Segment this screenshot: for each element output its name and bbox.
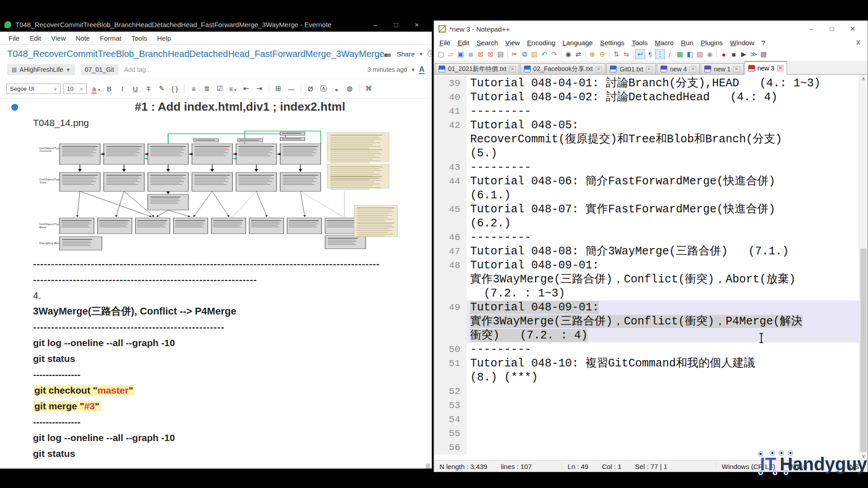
editor-line-55[interactable]: 55 [434, 427, 859, 441]
editor-line-39[interactable]: 39Tutorial 048-04-01: 討論Branch(分支),HEAD … [434, 76, 859, 90]
align-button[interactable]: ≡▼ [226, 85, 240, 93]
editor-line-49-0[interactable]: 49Tutorial 048-09-01: [434, 300, 859, 314]
macro-save-button[interactable]: ▩ [759, 49, 769, 59]
close-document-button[interactable]: X [851, 39, 866, 46]
redo-button[interactable]: ↷ [549, 49, 559, 59]
menu-item-help[interactable]: Help [152, 34, 176, 42]
editor-line-41[interactable]: 41--------- [434, 104, 859, 118]
share-dropdown-icon[interactable]: ▼ [419, 52, 424, 56]
menu-item-edit[interactable]: Edit [454, 39, 473, 47]
save-file-button[interactable]: ▣ [456, 49, 466, 59]
menu-item-file[interactable]: File [4, 34, 24, 42]
zoom-out-button[interactable]: ⊖ [597, 49, 607, 59]
editor-line-49-1[interactable]: 實作3WayMerge(三路合併)，Conflict(衝突)，P4Merge(解… [434, 314, 859, 328]
undo-button[interactable]: ↶ [539, 49, 549, 59]
save-all-button[interactable]: ⧈ [466, 49, 476, 59]
paste-button[interactable]: ▥ [529, 49, 539, 59]
shortcuts-button[interactable]: ⌘ [362, 84, 375, 93]
macro-play-button[interactable]: ▶ [739, 49, 749, 59]
outdent-button[interactable]: ⇤ [240, 84, 253, 93]
editor-line-56[interactable]: 56 [434, 441, 859, 455]
menu-item-tools[interactable]: Tools [126, 34, 152, 42]
editor-line-48-2[interactable]: (7.2. : 1~3) [434, 286, 859, 300]
editor-line-50[interactable]: 50--------- [434, 343, 859, 357]
editor-line-48-1[interactable]: 實作3WayMerge(三路合併)，Conflict(衝突)，Abort(放棄) [434, 272, 859, 286]
editor-line-54[interactable]: 54 [434, 413, 859, 427]
tab-01-2021-txt[interactable]: 01_2021新年特價.txt✕ [435, 63, 519, 74]
close-all-button[interactable]: ⊠ [486, 49, 495, 59]
menu-item-window[interactable]: Window [726, 39, 758, 47]
tab-close-icon[interactable]: ✕ [646, 66, 652, 72]
code-block-button[interactable]: { } [168, 85, 181, 93]
editor-line-47[interactable]: 47Tutorial 048-08: 簡介3WayMerge(三路合併) (7.… [434, 244, 859, 258]
folder-as-workspace-button[interactable]: ▨ [695, 49, 705, 59]
info-icon[interactable]: ⓘ [427, 50, 432, 58]
document-switcher-button[interactable]: ◧ [685, 49, 695, 59]
menu-item-file[interactable]: File [436, 39, 454, 47]
menu-item-edit[interactable]: Edit [24, 34, 46, 42]
divider-button[interactable]: — [285, 85, 298, 93]
italic-button[interactable]: I [116, 85, 129, 93]
editor-line-51-1[interactable]: (8.) (***) [434, 371, 859, 385]
macro-stop-button[interactable]: ■ [729, 49, 739, 59]
evernote-scrollbar-thumb[interactable] [426, 464, 430, 469]
add-tag-input[interactable]: Add tag... [124, 66, 151, 73]
tab-new-4[interactable]: new 4✕ [657, 63, 700, 74]
scrollbar-thumb[interactable] [860, 249, 867, 452]
attach-button[interactable]: Ø [304, 85, 317, 93]
font-color-button[interactable]: a▼ [90, 85, 103, 93]
menu-item-language[interactable]: Language [559, 39, 596, 47]
editor-line-48-0[interactable]: 48Tutorial 048-09-01: [434, 258, 859, 272]
cut-button[interactable]: ✂ [509, 49, 519, 59]
editor-line-42-0[interactable]: 42Tutorial 048-05: [434, 118, 859, 132]
tag-pill[interactable]: 07_01_Git [80, 64, 119, 75]
indent-button[interactable]: ⇥ [253, 84, 266, 93]
macro-record-button[interactable]: ● [719, 49, 729, 59]
tab-new-3[interactable]: new 3✕ [745, 61, 788, 75]
minimize-button[interactable]: – [801, 25, 821, 33]
tab-close-icon[interactable]: ✕ [509, 66, 515, 72]
tab-new-1[interactable]: new 1✕ [701, 63, 744, 74]
editor-line-44-0[interactable]: 44Tutorial 048-06: 簡介FastForwardMerge(快進… [434, 174, 859, 188]
menu-item-settings[interactable]: Settings [596, 39, 628, 47]
editor-line-40[interactable]: 40Tutorial 048-04-02: 討論DetachedHead (4.… [434, 90, 859, 104]
editor-line-43[interactable]: 43--------- [434, 160, 859, 174]
show-all-characters-button[interactable]: ¶ [645, 49, 655, 59]
editor-line-42-1[interactable]: RecoverCommit(復原提交)和Tree和Blob和Branch(分支) [434, 132, 859, 146]
menu-item-note[interactable]: Note [71, 34, 95, 42]
monitoring-button[interactable]: ◉ [705, 49, 715, 59]
editor-area[interactable]: 39Tutorial 048-04-01: 討論Branch(分支),HEAD … [434, 75, 868, 460]
menu-item-encoding[interactable]: Encoding [524, 39, 559, 47]
editor-line-49-2[interactable]: 衝突) (7.2. : 4) [434, 328, 859, 343]
find-button[interactable]: ◉ [563, 49, 573, 59]
editor-line-42-2[interactable]: (5.) [434, 146, 859, 160]
print-button[interactable]: ▤ [495, 49, 505, 59]
macro-run-multiple-button[interactable]: ≫ [749, 49, 759, 59]
menu-item-macro[interactable]: Macro [651, 39, 677, 47]
editor-line-45-0[interactable]: 45Tutorial 048-07: 實作FastForwardMerge(快進… [434, 202, 859, 216]
scroll-up-icon[interactable]: ∧ [859, 75, 868, 83]
strikethrough-button[interactable]: T [142, 85, 155, 93]
web-clip-button[interactable]: ◍ [343, 84, 356, 93]
maximize-button[interactable]: □ [821, 25, 842, 33]
tab-git01-txt[interactable]: Git01.txt✕ [606, 63, 656, 74]
close-button[interactable]: ✕ [842, 25, 863, 33]
font-size-select[interactable]: 10∨ [63, 84, 87, 94]
highlight-button[interactable]: ✎ [155, 84, 168, 93]
updated-dropdown-icon[interactable]: ▼ [411, 67, 415, 72]
tab-close-icon[interactable]: ✕ [595, 66, 602, 72]
word-wrap-button[interactable]: ↩ [635, 49, 645, 59]
menu-item-view[interactable]: View [502, 39, 524, 47]
close-button[interactable]: × [406, 21, 427, 28]
font-family-select[interactable]: Segoe UI∨ [6, 84, 61, 94]
underline-button[interactable]: U [129, 85, 142, 93]
bulleted-list-button[interactable]: ≡ [187, 85, 200, 93]
menu-item-format[interactable]: Format [95, 34, 127, 42]
menu-item-search[interactable]: Search [473, 39, 502, 47]
annotate-button[interactable]: A [419, 66, 425, 74]
editor-line-45-1[interactable]: (6.2.) [434, 216, 859, 230]
tab-02-facebook-txt[interactable]: 02_Facebook分享.txt✕ [520, 63, 606, 74]
copy-button[interactable]: ⧉ [519, 49, 529, 59]
editor-line-52[interactable]: 52 [434, 385, 859, 399]
indent-guide-button[interactable]: ⋮ [655, 49, 665, 59]
